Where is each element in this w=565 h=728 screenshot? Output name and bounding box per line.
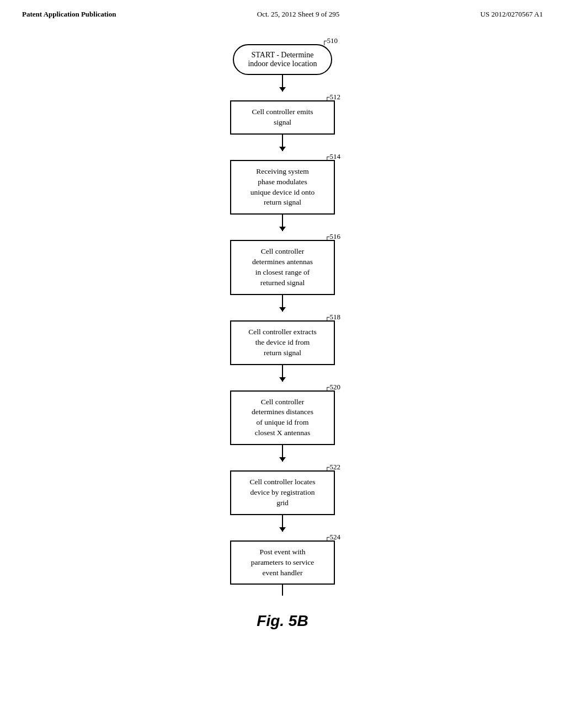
step-510-text: START - Determineindoor device location xyxy=(248,51,317,68)
patent-number-label: US 2012/0270567 A1 xyxy=(481,10,543,19)
flowchart: ┌510 START - Determineindoor device loca… xyxy=(194,35,371,596)
step-524-box: Post event withparameters to serviceeven… xyxy=(230,540,335,585)
end-arrow-stub xyxy=(282,585,283,596)
publication-label: Patent Application Publication xyxy=(22,10,116,19)
step-514-box: Receiving systemphase modulatesunique de… xyxy=(230,160,335,215)
arrow-512-514 xyxy=(282,135,283,151)
arrow-516-518 xyxy=(282,295,283,312)
step-522-text: Cell controller locatesdevice by registr… xyxy=(249,478,315,507)
step-520-text: Cell controllerdetermines distancesof un… xyxy=(252,398,313,437)
figure-label: Fig. 5B xyxy=(257,612,308,630)
step-514-text: Receiving systemphase modulatesunique de… xyxy=(250,167,315,207)
page-header: Patent Application Publication Oct. 25, … xyxy=(0,0,565,19)
arrow-510-512 xyxy=(282,75,283,92)
step-512-wrapper: ┌512 Cell controller emitssignal xyxy=(230,92,335,135)
date-sheet-label: Oct. 25, 2012 Sheet 9 of 295 xyxy=(257,10,339,19)
step-524-text: Post event withparameters to serviceeven… xyxy=(251,548,315,577)
step-514-wrapper: ┌514 Receiving systemphase modulatesuniq… xyxy=(230,151,335,215)
step-520-box: Cell controllerdetermines distancesof un… xyxy=(230,390,335,446)
step-512-text: Cell controller emitssignal xyxy=(252,108,313,126)
step-518-text: Cell controller extractsthe device id fr… xyxy=(248,328,317,357)
step-516-wrapper: ┌516 Cell controllerdetermines antennasi… xyxy=(230,231,335,295)
step-510-box: START - Determineindoor device location xyxy=(233,44,332,75)
arrow-518-520 xyxy=(282,365,283,382)
step-522-wrapper: ┌522 Cell controller locatesdevice by re… xyxy=(230,462,335,515)
diagram-container: ┌510 START - Determineindoor device loca… xyxy=(0,35,565,630)
step-524-wrapper: ┌524 Post event withparameters to servic… xyxy=(230,532,335,585)
arrow-514-516 xyxy=(282,215,283,231)
step-510-label: ┌510 xyxy=(322,36,338,45)
step-512-box: Cell controller emitssignal xyxy=(230,100,335,135)
step-510-wrapper: ┌510 START - Determineindoor device loca… xyxy=(233,35,332,75)
step-516-box: Cell controllerdetermines antennasin clo… xyxy=(230,240,335,295)
step-522-box: Cell controller locatesdevice by registr… xyxy=(230,470,335,515)
step-520-wrapper: ┌520 Cell controllerdetermines distances… xyxy=(230,382,335,446)
step-518-wrapper: ┌518 Cell controller extractsthe device … xyxy=(230,312,335,365)
step-516-text: Cell controllerdetermines antennasin clo… xyxy=(252,247,313,287)
arrow-520-522 xyxy=(282,445,283,462)
step-518-box: Cell controller extractsthe device id fr… xyxy=(230,320,335,365)
arrow-522-524 xyxy=(282,515,283,532)
